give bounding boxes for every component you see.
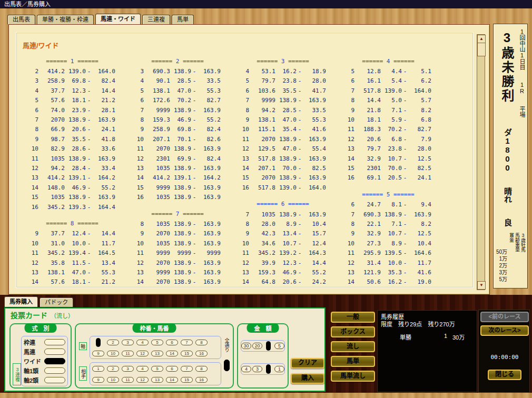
horse-pill-7[interactable]: 7 [181,366,193,372]
horse-pill-10[interactable]: 10 [107,351,119,356]
horse-pill-4[interactable]: 4 [136,366,149,372]
horse-number: 9 [239,230,249,237]
amount-pill-1[interactable]: 1 [274,366,284,372]
horse-pill-11[interactable]: 11 [122,377,134,383]
bet-type-toggle-馬連[interactable] [44,349,65,355]
close-button[interactable]: 閉じる [488,370,521,380]
scroll-up-icon[interactable]: ▲ [477,35,486,43]
next-race-button[interactable]: 次のレース> [480,325,529,336]
horse-pill-14[interactable]: 14 [166,351,178,356]
horse-pill-12[interactable]: 12 [136,377,149,383]
odds-dash: - [297,221,303,227]
tab-馬連・ワイド[interactable]: 馬連・ワイド [95,14,141,24]
button-ボックス[interactable]: ボックス [331,326,375,337]
bet-type-toggle-枠連[interactable] [44,339,65,345]
umaren-odds: 9999 [144,107,170,114]
button-一般[interactable]: 一般 [331,312,375,323]
scrollbar-thumb[interactable] [477,43,486,56]
bet-type-toggle-軸2頭[interactable] [44,377,65,383]
wide-odds-high: 9.4 [408,201,431,208]
horse-pill-16[interactable]: 16 [195,351,208,356]
odds-dash: - [191,68,198,75]
wide-odds-low: 7.1 [381,107,402,114]
amount-pill-3[interactable]: 3 [252,366,262,372]
horse-pill-4[interactable]: 4 [136,340,149,345]
wide-odds-low: 139.5 [381,250,402,256]
amount-pill-20[interactable]: 20 [252,343,262,349]
horse-pill-15[interactable]: 15 [181,351,193,356]
odds-row: 10115.135.4-41.6 [239,125,339,134]
odds-row: 16517.8139.0-164.0 [239,183,339,192]
wide-odds-low: 138.9 [170,145,191,152]
amount-pill-selected[interactable] [266,364,271,374]
odds-dash: - [297,240,303,247]
tab-三連複[interactable]: 三連複 [142,15,170,24]
horse-number: 7 [239,211,249,218]
wide-odds-high: 82.4 [92,77,115,84]
horse-pill-9[interactable]: 9 [92,377,104,383]
odds-dash: - [297,77,303,84]
wide-odds-low: 138.9 [65,194,86,201]
bet-type-toggle-ワイド[interactable] [44,358,65,364]
umaren-odds: 18.1 [354,116,381,123]
scroll-down-icon[interactable]: ▼ [477,281,486,290]
wide-odds-high: 82.7 [198,97,221,104]
wide-odds-low: 69.8 [65,77,86,84]
tab-出馬表[interactable]: 出馬表 [7,15,35,24]
odds-dash: - [86,250,92,256]
buy-button[interactable]: 購入 [291,373,324,384]
horse-pill-13[interactable]: 13 [151,377,163,383]
horse-pill-1[interactable]: 1 [92,366,104,372]
amount-pill-4[interactable]: 4 [241,366,251,372]
button-流し[interactable]: 流し [331,341,375,352]
amount-pill-selected[interactable] [266,341,271,351]
horse-pill-5[interactable]: 5 [151,340,163,345]
horse-pill-2[interactable]: 2 [107,366,119,372]
all-ways-button[interactable] [224,360,230,371]
horse-pill-1[interactable] [96,338,101,347]
amount-row-1: 30205 [241,340,285,352]
wide-odds-high: 24.1 [408,174,431,181]
amount-pill-5[interactable]: 5 [274,343,284,349]
button-馬単流し[interactable]: 馬単流し [331,371,375,382]
wide-odds-high: 15.7 [303,230,326,237]
horse-pill-6[interactable]: 6 [166,366,178,372]
tab-馬単[interactable]: 馬単 [172,15,194,24]
horse-pill-8[interactable]: 8 [195,340,208,345]
going-label: 良 [503,218,512,226]
button-馬単[interactable]: 馬単 [331,356,375,367]
horse-pill-7[interactable]: 7 [181,340,193,345]
horse-number: 5 [344,68,354,75]
horse-pill-6[interactable]: 6 [166,340,178,345]
tab-馬券購入[interactable]: 馬券購入 [4,296,38,307]
horse-pill-12[interactable]: 12 [136,351,149,356]
wide-odds-low: 5.4 [381,77,402,84]
wide-odds-high: 82.5 [408,165,431,172]
odds-scrollbar[interactable]: ▲ ▼ [477,34,485,290]
odds-row: 159999138.9-163.9 [133,183,233,192]
horse-pill-10[interactable]: 10 [107,377,119,383]
wide-odds-low: 6.8 [381,136,402,143]
odds-dash: - [86,107,92,114]
horse-pill-13[interactable]: 13 [151,351,163,356]
horse-pill-9[interactable]: 9 [92,351,104,356]
clear-button[interactable]: クリア [291,358,324,369]
odds-dash: - [402,116,408,123]
bet-type-label: 枠連 [24,338,35,346]
horse-pill-11[interactable]: 11 [122,351,134,356]
horse-pill-5[interactable]: 5 [151,366,163,372]
tab-単勝・複勝・枠連[interactable]: 単勝・複勝・枠連 [37,15,94,24]
wide-odds-high: 164.0 [303,184,326,191]
prev-race-button[interactable]: <前のレース [480,312,529,322]
tab-パドック[interactable]: パドック [40,297,73,307]
horse-pill-2[interactable]: 2 [107,340,119,345]
horse-pill-3[interactable]: 3 [122,366,134,372]
horse-pill-16[interactable]: 16 [195,377,208,383]
horse-pill-15[interactable]: 15 [181,377,193,383]
horse-pill-8[interactable]: 8 [195,366,208,372]
amount-pill-30[interactable]: 30 [241,343,251,349]
horse-pill-3[interactable]: 3 [122,340,134,345]
horse-pill-14[interactable]: 14 [166,377,178,383]
bet-type-toggle-軸1頭[interactable] [44,367,65,374]
vote-card-title-text: 投票カード [11,311,47,320]
